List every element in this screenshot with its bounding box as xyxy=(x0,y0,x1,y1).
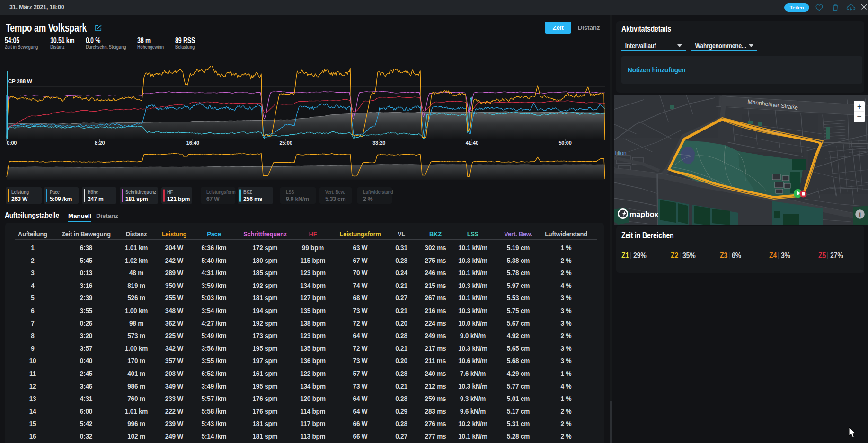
svg-text:CP 288 W: CP 288 W xyxy=(8,78,32,84)
svg-text:Hilton: Hilton xyxy=(614,150,626,156)
svg-text:8:20: 8:20 xyxy=(95,140,105,146)
svg-text:33:20: 33:20 xyxy=(372,140,385,146)
svg-text:i: i xyxy=(859,211,861,218)
svg-text:16:40: 16:40 xyxy=(186,140,199,146)
svg-text:50:00: 50:00 xyxy=(558,140,571,146)
svg-text:−: − xyxy=(857,113,862,122)
svg-text:0:00: 0:00 xyxy=(7,140,17,146)
svg-text:41:40: 41:40 xyxy=(466,140,478,146)
svg-text:+: + xyxy=(857,103,861,111)
svg-text:mapbox: mapbox xyxy=(629,210,658,218)
svg-text:25:00: 25:00 xyxy=(279,140,292,146)
